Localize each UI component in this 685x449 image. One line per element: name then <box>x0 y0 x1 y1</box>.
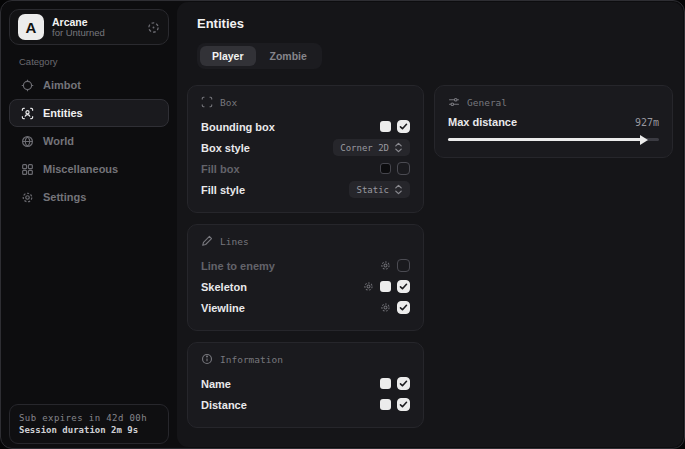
sub-expiry-text: Sub expires in 42d 00h <box>19 413 159 423</box>
info-icon <box>201 353 213 365</box>
checkbox-distance[interactable] <box>397 398 410 411</box>
selected-value: Static <box>356 185 389 195</box>
general-section-card: General Max distance 927m <box>434 85 673 158</box>
sidebar-item-aimbot[interactable]: Aimbot <box>9 71 169 99</box>
section-title: Lines <box>220 236 249 247</box>
sidebar: A Arcane for Unturned Category Aimbot <box>1 1 177 448</box>
setting-row-box-style: Box style Corner 2D <box>201 137 410 158</box>
color-swatch[interactable] <box>380 281 391 292</box>
box-style-select[interactable]: Corner 2D <box>333 139 410 156</box>
row-settings-gear-icon[interactable] <box>380 260 391 271</box>
sidebar-item-miscellaneous[interactable]: Miscellaneous <box>9 155 169 183</box>
row-settings-gear-icon[interactable] <box>380 302 391 313</box>
sidebar-item-label: Entities <box>43 107 83 119</box>
gear-icon <box>21 191 34 204</box>
setting-label: Fill style <box>201 184 245 196</box>
page-title: Entities <box>197 16 673 31</box>
app-title: Arcane <box>52 16 139 28</box>
slider-fill <box>448 138 642 141</box>
information-section-header: Information <box>201 353 410 365</box>
selected-value: Corner 2D <box>340 143 389 153</box>
setting-label: Skeleton <box>201 281 247 293</box>
setting-row-viewline: Viewline <box>201 297 410 318</box>
box-section-header: Box <box>201 96 410 108</box>
setting-row-distance: Distance <box>201 394 410 415</box>
checkbox-name[interactable] <box>397 377 410 390</box>
crosshair-icon <box>21 79 34 92</box>
sliders-icon <box>448 96 460 108</box>
setting-label: Viewline <box>201 302 245 314</box>
section-title: Information <box>220 354 283 365</box>
sidebar-nav: Aimbot Entities World <box>9 71 169 211</box>
checkbox-fill-box[interactable] <box>397 162 410 175</box>
setting-label: Max distance <box>448 116 517 128</box>
checkbox-skeleton[interactable] <box>397 280 410 293</box>
chevrons-up-down-icon <box>394 184 403 195</box>
lines-section-card: Lines Line to enemy <box>187 224 424 331</box>
slider-thumb[interactable] <box>640 135 648 145</box>
checkbox-bounding-box[interactable] <box>397 120 410 133</box>
setting-row-name: Name <box>201 373 410 394</box>
fill-style-select[interactable]: Static <box>349 181 410 198</box>
row-settings-gear-icon[interactable] <box>363 281 374 292</box>
session-duration-text: Session duration 2m 9s <box>19 425 159 435</box>
sidebar-item-label: Settings <box>43 191 86 203</box>
entity-scan-icon <box>21 107 34 120</box>
setting-label: Bounding box <box>201 121 275 133</box>
checkbox-viewline[interactable] <box>397 301 410 314</box>
sidebar-item-label: World <box>43 135 74 147</box>
tab-player[interactable]: Player <box>200 46 256 66</box>
setting-row-skeleton: Skeleton <box>201 276 410 297</box>
setting-label: Fill box <box>201 163 240 175</box>
max-distance-slider[interactable] <box>448 138 659 141</box>
right-column: General Max distance 927m <box>434 85 673 158</box>
content-columns: Box Bounding box Box style <box>187 85 673 428</box>
sidebar-item-settings[interactable]: Settings <box>9 183 169 211</box>
color-swatch[interactable] <box>380 378 391 389</box>
brand-card: A Arcane for Unturned <box>9 9 169 45</box>
sidebar-item-label: Aimbot <box>43 79 81 91</box>
chevrons-up-down-icon <box>394 142 403 153</box>
section-title: General <box>467 97 507 108</box>
lines-section-header: Lines <box>201 235 410 247</box>
information-section-card: Information Name Distance <box>187 342 424 428</box>
section-title: Box <box>220 97 237 108</box>
color-swatch[interactable] <box>380 163 391 174</box>
max-distance-value: 927m <box>635 117 659 128</box>
app-subtitle: for Unturned <box>52 28 139 39</box>
subscription-status-card: Sub expires in 42d 00h Session duration … <box>9 404 169 444</box>
setting-row-fill-style: Fill style Static <box>201 179 410 200</box>
left-column: Box Bounding box Box style <box>187 85 424 428</box>
sidebar-item-entities[interactable]: Entities <box>9 99 169 127</box>
globe-icon <box>21 135 34 148</box>
color-swatch[interactable] <box>380 121 391 132</box>
max-distance-row: Max distance 927m <box>448 116 659 128</box>
box-section-card: Box Bounding box Box style <box>187 85 424 213</box>
sidebar-item-world[interactable]: World <box>9 127 169 155</box>
grid-icon <box>21 163 34 176</box>
setting-label: Name <box>201 378 231 390</box>
setting-label: Line to enemy <box>201 260 275 272</box>
tab-zombie[interactable]: Zombie <box>258 46 319 66</box>
loader-circle-icon[interactable] <box>147 21 160 34</box>
brand-text: Arcane for Unturned <box>52 16 139 39</box>
checkbox-line-to-enemy[interactable] <box>397 259 410 272</box>
setting-label: Distance <box>201 399 247 411</box>
category-label: Category <box>19 56 58 67</box>
setting-label: Box style <box>201 142 250 154</box>
pencil-icon <box>201 235 213 247</box>
sidebar-item-label: Miscellaneous <box>43 163 118 175</box>
app-logo: A <box>18 14 44 40</box>
tab-bar: Player Zombie <box>197 43 322 69</box>
setting-row-line-to-enemy: Line to enemy <box>201 255 410 276</box>
app-window: A Arcane for Unturned Category Aimbot <box>0 0 685 449</box>
main-panel: Entities Player Zombie Box <box>177 2 683 447</box>
box-select-icon <box>201 96 213 108</box>
general-section-header: General <box>448 96 659 108</box>
setting-row-bounding-box: Bounding box <box>201 116 410 137</box>
setting-row-fill-box: Fill box <box>201 158 410 179</box>
color-swatch[interactable] <box>380 399 391 410</box>
